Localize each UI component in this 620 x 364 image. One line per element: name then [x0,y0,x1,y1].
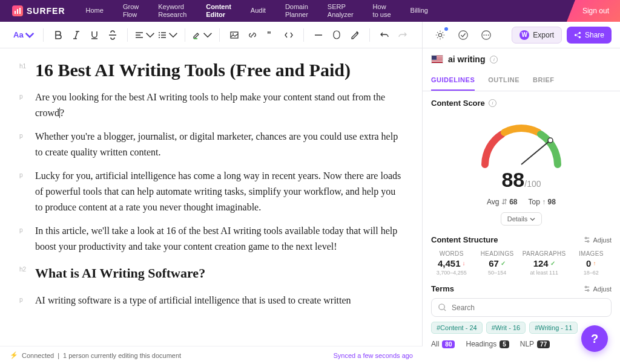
svg-text:": " [267,30,271,39]
svg-point-10 [159,34,160,36]
target-keyword: ai writing [448,54,485,64]
gutter-tag: p [19,223,28,254]
info-icon[interactable]: i [490,56,498,63]
tab-outline[interactable]: OUTLINE [488,70,519,91]
svg-rect-0 [15,11,16,14]
term-chip[interactable]: #Writing - 11 [529,322,578,334]
svg-rect-2 [19,8,21,14]
code-button[interactable] [280,27,297,44]
horizontal-rule-button[interactable] [310,27,327,44]
svg-point-17 [232,33,234,34]
editor-block[interactable]: What is AI Writing Software? [35,262,205,284]
term-chip[interactable]: #Content - 24 [431,322,483,334]
svg-point-27 [575,34,576,36]
sync-status: Synced a few seconds ago [334,352,413,359]
editor-block[interactable]: Are you looking for the best AI writing … [35,89,403,120]
logo[interactable]: SURFER [12,5,65,16]
gutter-tag: p [19,293,28,308]
editor-block[interactable]: In this article, we'll take a look at 16… [35,223,403,254]
struct-paragraphs: PARAGRAPHS124 ✓at least 111 [523,250,566,276]
adjust-terms-button[interactable]: Adjust [584,285,612,293]
score-gauge [473,116,570,171]
align-dropdown[interactable] [134,27,156,44]
svg-point-23 [484,34,485,36]
share-button[interactable]: Share [567,27,612,44]
svg-point-9 [159,32,160,33]
svg-point-25 [488,34,489,36]
emoji-button[interactable] [328,27,345,44]
term-tab-headings[interactable]: Headings5 [466,340,509,348]
editor-block[interactable]: AI writing software is a type of artific… [35,293,351,308]
editing-status: 1 person currently editing this document [63,352,181,359]
svg-point-34 [585,237,587,239]
export-button[interactable]: WExport [512,27,562,44]
bold-button[interactable] [50,27,67,44]
terms-label: Terms [431,284,454,293]
more-icon[interactable] [477,26,495,44]
svg-point-21 [459,30,467,39]
info-icon[interactable]: i [489,99,496,107]
editor-block[interactable]: Whether you're a blogger, journalist, or… [35,129,403,160]
image-button[interactable] [226,27,243,44]
terms-search-input[interactable] [452,304,605,312]
term-tab-all[interactable]: All80 [431,340,455,348]
nav-domain-planner[interactable]: DomainPlanner [277,3,317,19]
tab-guidelines[interactable]: GUIDELINES [431,70,475,91]
nav-content-editor[interactable]: ContentEditor [197,3,240,19]
help-fab[interactable]: ? [581,325,608,352]
clear-formatting-button[interactable] [346,27,363,44]
content-structure-label: Content Structure [431,235,498,244]
tab-brief[interactable]: BRIEF [533,70,555,91]
highlight-dropdown[interactable] [191,27,213,44]
quote-button[interactable]: " [262,27,279,44]
bolt-icon: ⚡ [10,351,18,359]
flag-icon [431,55,443,63]
editor-toolbar: Aa " [0,22,422,48]
svg-point-41 [439,304,444,310]
sign-out-button[interactable]: Sign out [567,0,620,22]
top-nav: HomeGrowFlowKeywordResearchContentEditor… [78,3,608,19]
editor-body[interactable]: h116 Best AI Writing Tools (Free and Pai… [0,48,422,364]
settings-icon[interactable] [431,26,449,44]
list-dropdown[interactable] [157,27,179,44]
nav-serp-analyzer[interactable]: SERPAnalyzer [319,3,362,19]
svg-point-38 [585,286,587,288]
editor-block[interactable]: 16 Best AI Writing Tools (Free and Paid) [35,59,351,81]
undo-button[interactable] [376,27,393,44]
term-tab-nlp[interactable]: NLP77 [520,340,550,348]
nav-keyword-research[interactable]: KeywordResearch [150,3,195,19]
svg-point-36 [587,241,589,242]
struct-images: IMAGES0 ↑18–62 [571,250,612,276]
svg-line-31 [521,140,550,164]
svg-point-24 [486,34,487,36]
nav-grow-flow[interactable]: GrowFlow [114,3,147,19]
brand-text: SURFER [27,6,65,16]
svg-line-29 [576,33,578,34]
wordpress-icon: W [519,30,529,40]
details-button[interactable]: Details [501,212,542,226]
score-max: /100 [524,179,541,189]
check-icon[interactable] [454,26,472,44]
adjust-structure-button[interactable]: Adjust [584,236,612,244]
nav-audit[interactable]: Audit [242,3,274,19]
link-button[interactable] [244,27,261,44]
text-style-dropdown[interactable]: Aa [11,27,37,44]
svg-point-40 [587,290,589,291]
terms-search[interactable] [431,298,612,317]
svg-line-42 [444,309,446,311]
italic-button[interactable] [68,27,85,44]
struct-headings: HEADINGS67 ✓50–154 [477,250,517,276]
nav-how-to-use[interactable]: Howto use [364,3,400,19]
editor-block[interactable]: Lucky for you, artificial intelligence h… [35,168,403,215]
nav-home[interactable]: Home [78,3,112,19]
strikethrough-button[interactable] [104,27,121,44]
gutter-tag: h2 [19,262,28,284]
underline-button[interactable] [86,27,103,44]
nav-billing[interactable]: Billing [402,3,437,19]
gutter-tag: p [19,168,28,215]
redo-button[interactable] [394,27,411,44]
svg-point-28 [579,36,581,37]
term-chip[interactable]: #Writ - 16 [486,322,526,334]
svg-line-3 [75,31,78,39]
content-score-label: Content Score [431,99,485,108]
